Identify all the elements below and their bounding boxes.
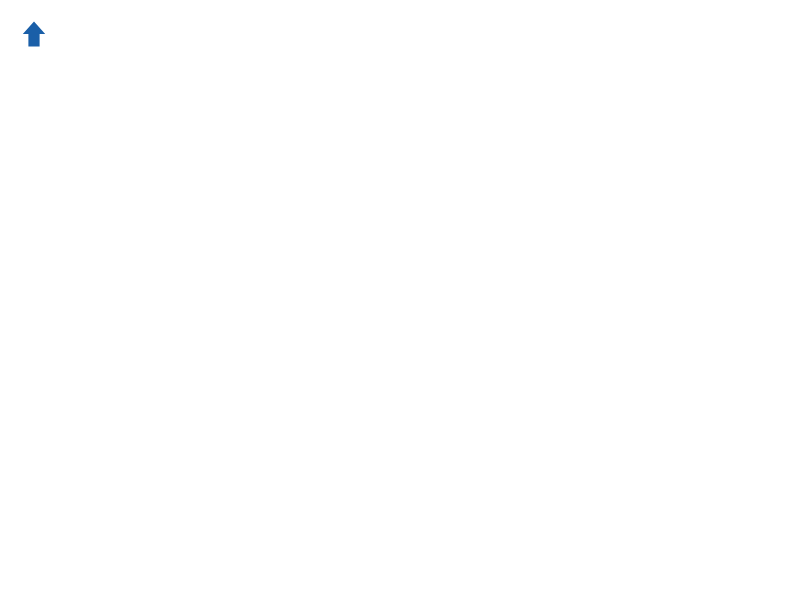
- page-header: [20, 20, 772, 48]
- logo-icon: [20, 20, 48, 48]
- svg-marker-0: [23, 21, 45, 46]
- logo: [20, 20, 52, 48]
